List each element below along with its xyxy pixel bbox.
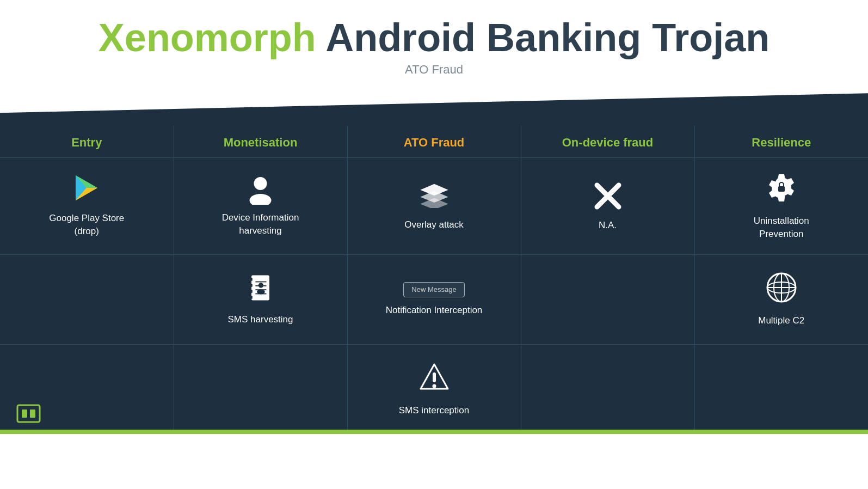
cell-ato-row2: New Message Notification Interception [347,254,521,344]
x-mark-icon [592,180,624,212]
cell-resilience-row3 [694,344,868,434]
cell-text-ato-row1: Overlay attack [356,218,513,231]
contacts-icon [245,273,275,303]
svg-rect-32 [17,405,40,422]
svg-rect-16 [249,290,253,293]
cell-text-resilience-row1: UninstallationPrevention [703,215,860,241]
cell-resilience-row2: Multiple C2 [694,254,868,344]
svg-point-23 [257,289,265,294]
diagonal-separator [0,93,868,126]
title-rest: Android Banking Trojan [316,16,769,59]
svg-rect-33 [22,409,27,418]
svg-point-31 [432,384,436,388]
cell-monetisation-row1: Device Informationharvesting [174,158,347,254]
col-header-resilience: Resilience [694,126,868,158]
cell-text-monetisation-row2: SMS harvesting [182,313,339,326]
svg-rect-15 [249,284,253,287]
cell-text-monetisation-row1: Device Informationharvesting [182,211,339,237]
col-header-monetisation: Monetisation [174,126,347,158]
svg-rect-34 [30,409,35,418]
person-icon [245,175,275,205]
cell-ondevice-row3 [521,344,694,434]
warning-icon [418,362,451,394]
company-logo [16,404,41,423]
cell-text-entry-row1: Google Play Store(drop) [8,212,165,238]
cell-text-resilience-row2: Multiple C2 [703,314,860,327]
svg-rect-30 [433,372,436,382]
svg-rect-17 [249,296,253,299]
cell-ato-row1: Overlay attack [347,158,521,254]
svg-marker-9 [420,198,448,209]
col-header-entry: Entry [0,126,174,158]
svg-rect-13 [251,275,269,300]
svg-rect-14 [249,278,253,281]
globe-icon [765,271,798,304]
cell-ondevice-row2 [521,254,694,344]
cell-ondevice-row1: N.A. [521,158,694,254]
cell-resilience-row1: UninstallationPrevention [694,158,868,254]
main-content: Entry Monetisation ATO Fraud On-device f… [0,126,868,434]
feature-grid: Entry Monetisation ATO Fraud On-device f… [0,126,868,434]
header-subtitle: ATO Fraud [0,63,868,77]
cell-entry-row2 [0,254,174,344]
col-header-ato-fraud: ATO Fraud [347,126,521,158]
title-xenomorph: Xenomorph [99,16,316,59]
svg-point-22 [258,283,263,288]
cell-monetisation-row2: SMS harvesting [174,254,347,344]
svg-rect-12 [778,186,785,192]
play-store-icon [73,174,100,201]
cell-monetisation-row3 [174,344,347,434]
layers-icon [418,181,451,208]
gear-icon [765,172,798,204]
svg-point-6 [250,194,272,205]
col-header-on-device: On-device fraud [521,126,694,158]
bottom-accent-bar [0,430,868,434]
header-section: Xenomorph Android Banking Trojan ATO Fra… [0,0,868,88]
cell-ato-row3: SMS interception [347,344,521,434]
cell-text-ato-row2: Notification Interception [356,304,513,317]
svg-point-5 [254,177,267,190]
cell-text-ato-row3: SMS interception [356,404,513,417]
notification-badge: New Message [403,282,464,297]
main-title: Xenomorph Android Banking Trojan [0,16,868,59]
cell-text-ondevice-row1: N.A. [530,219,686,232]
cell-entry-row1: Google Play Store(drop) [0,158,174,254]
